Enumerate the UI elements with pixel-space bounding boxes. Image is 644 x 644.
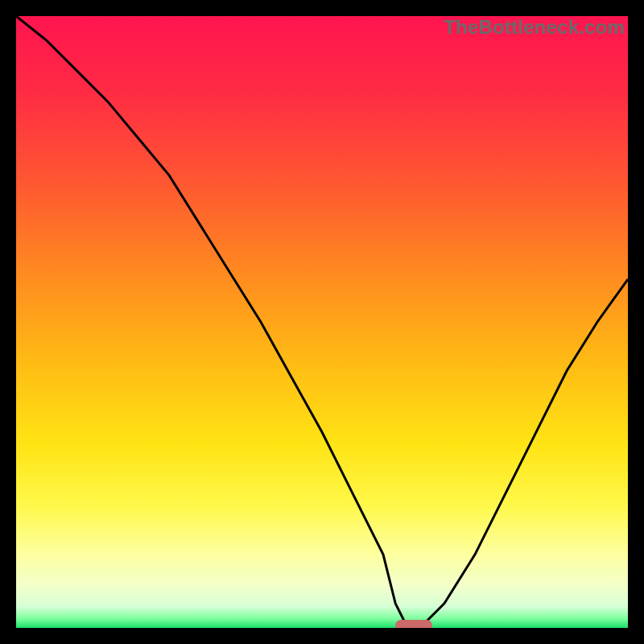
bottleneck-curve xyxy=(16,16,628,628)
curve-path xyxy=(16,16,628,628)
chart-frame: TheBottleneck.com xyxy=(0,0,644,644)
optimal-range-marker xyxy=(395,620,432,628)
plot-area: TheBottleneck.com xyxy=(16,16,628,628)
